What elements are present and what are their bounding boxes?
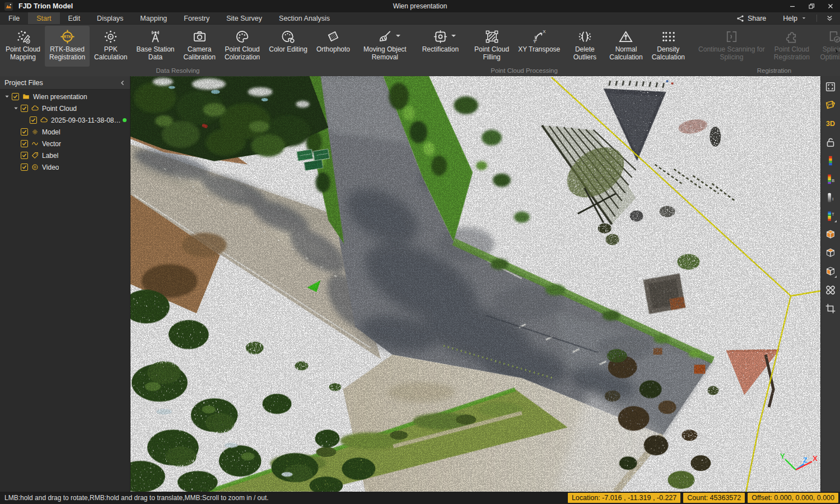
expander-arrow-icon[interactable] [12, 105, 20, 112]
expander-arrow-icon[interactable] [3, 93, 11, 100]
panel-collapse-button[interactable] [120, 80, 125, 86]
dropdown-corner-icon [834, 276, 837, 278]
checkbox[interactable] [21, 105, 28, 112]
menu-item-mapping[interactable]: Mapping [132, 12, 175, 24]
crop-button[interactable] [824, 302, 837, 315]
ribbon-button-label: Point CloudColorization [225, 45, 260, 61]
cloud-icon [40, 116, 48, 124]
mouse-hint: LMB:hold and drag to rotate,RMB:hold and… [0, 494, 269, 502]
viewport-3d[interactable]: Y Z X [130, 76, 820, 492]
lock-button[interactable] [824, 136, 837, 149]
checkbox[interactable] [21, 140, 28, 147]
fit-view-button[interactable] [824, 80, 837, 94]
status-badge-count: Count: 45363572 [683, 493, 745, 503]
ribbon-button-label: Orthophoto [316, 45, 350, 53]
collapse-ribbon-button[interactable] [819, 15, 840, 22]
sidebar-item-label[interactable]: Label [0, 150, 130, 161]
splicing-optimization-icon [826, 29, 840, 45]
moving-object-removal-icon [377, 29, 393, 45]
perspective-view-button[interactable] [824, 99, 837, 112]
sidebar-item-point-cloud[interactable]: Point Cloud [0, 102, 130, 114]
dropdown-caret-icon[interactable] [396, 35, 400, 39]
menu-item-site-survey[interactable]: Site Survey [218, 12, 270, 24]
menu-item-forestry[interactable]: Forestry [175, 12, 218, 24]
ribbon-button-ppk-calculation[interactable]: PPKCalculation [90, 26, 132, 67]
crop-icon [824, 302, 837, 315]
color-by-elevation-button[interactable] [824, 154, 837, 167]
ribbon-button-label: PPKCalculation [94, 45, 127, 61]
restore-button[interactable] [802, 0, 821, 12]
sidebar-item-vector[interactable]: Vector [0, 138, 130, 150]
close-button[interactable] [821, 0, 840, 12]
menu-item-start[interactable]: Start [28, 12, 59, 24]
sidebar-item-video[interactable]: Video [0, 161, 130, 173]
ribbon-button-delete-outliers[interactable]: DeleteOutliers [564, 26, 605, 67]
ribbon-button-label: Rectification [422, 45, 459, 53]
expander-spacer [21, 116, 29, 124]
checkbox[interactable] [21, 152, 28, 159]
mode-3d-button[interactable]: 3D [824, 117, 837, 130]
viewport-container: Y Z X [130, 76, 820, 492]
ribbon-group-label: Registration [694, 67, 840, 76]
ribbon-button-point-cloud-mapping[interactable]: Point CloudMapping [1, 26, 45, 67]
ribbon-button-point-cloud-filling[interactable]: Point CloudFilling [470, 26, 514, 67]
color-by-rgb-button[interactable]: B [824, 172, 837, 186]
menu-item-edit[interactable]: Edit [60, 12, 89, 24]
checkbox[interactable] [30, 116, 37, 124]
ribbon-button-camera-calibration[interactable]: CameraCalibration [179, 26, 220, 67]
menu-item-section-analysis[interactable]: Section Analysis [270, 12, 338, 24]
cube-top-face-icon [824, 247, 837, 259]
orthophoto-icon [325, 29, 341, 45]
ribbon-button-label: RTK-BasedRegistration [49, 45, 85, 61]
status-dot [123, 118, 127, 122]
color-by-time-button[interactable]: T [824, 209, 837, 223]
sidebar-item-model[interactable]: Model [0, 126, 130, 138]
menu-item-displays[interactable]: Displays [88, 12, 132, 24]
sidebar-item-wien-presentation[interactable]: Wien presentation [0, 91, 130, 102]
ribbon-button-rtk-based-registration[interactable]: RTKRTK-BasedRegistration [45, 26, 90, 67]
ribbon-group-label: Data Resolving [1, 67, 354, 76]
cube-solid-button[interactable] [824, 228, 837, 241]
clip-delete-button[interactable] [824, 283, 837, 297]
ribbon-button-density-calculation[interactable]: DensityCalculation [647, 26, 689, 67]
ribbon-button-xy-transpose[interactable]: YXXY Transpose [514, 26, 564, 67]
checkbox[interactable] [21, 128, 28, 136]
ribbon-overflow-icon[interactable] [834, 46, 839, 56]
svg-text:Y: Y [534, 39, 536, 44]
help-menu[interactable]: Help [775, 15, 814, 22]
checkbox[interactable] [21, 164, 28, 171]
menu-bar: FileStartEditDisplaysMappingForestrySite… [0, 12, 840, 25]
share-icon [736, 15, 744, 22]
cube-side-face-button[interactable] [824, 265, 837, 278]
ribbon-button-color-editing[interactable]: Color Editing [264, 26, 312, 67]
checkbox[interactable] [12, 93, 19, 100]
ribbon-button-label: NormalCalculation [609, 45, 642, 61]
color-by-intensity-button[interactable]: I [824, 191, 837, 204]
fit-view-icon [824, 81, 837, 93]
ribbon-button-orthophoto[interactable]: Orthophoto [312, 26, 354, 67]
project-tree: Wien presentationPoint Cloud2025-09-03-1… [0, 90, 130, 173]
svg-text:RTK: RTK [63, 35, 71, 39]
sidebar-item-2025-09-03-11-38-08-avst[interactable]: 2025-09-03-11-38-08_Avst... [0, 114, 130, 126]
ribbon-button-rectification[interactable]: Rectification [418, 26, 470, 67]
expander-spacer [12, 164, 20, 171]
double-chevron-down-icon [826, 15, 833, 22]
ribbon-button-normal-calculation[interactable]: NormalCalculation [605, 26, 647, 67]
color-by-rgb-icon: B [824, 173, 837, 185]
share-label: Share [748, 15, 766, 22]
sidebar-item-label: Point Cloud [42, 105, 77, 113]
normal-calculation-icon [618, 29, 634, 45]
cube-top-face-button[interactable] [824, 246, 837, 260]
project-files-title: Project Files [4, 79, 43, 87]
ribbon-button-moving-object-removal[interactable]: Moving ObjectRemoval [359, 26, 418, 67]
dropdown-caret-icon[interactable] [451, 35, 456, 39]
camera-calibration-icon [192, 29, 208, 45]
ribbon-button-point-cloud-colorization[interactable]: Point CloudColorization [220, 26, 264, 67]
ribbon-button-label: Color Editing [269, 45, 307, 53]
share-button[interactable]: Share [727, 15, 775, 22]
ribbon-button-base-station-data[interactable]: Base StationData [132, 26, 179, 67]
menu-item-file[interactable]: File [0, 12, 28, 24]
minimize-button[interactable] [783, 0, 802, 12]
ribbon-toolbar: Point CloudMappingRTKRTK-BasedRegistrati… [0, 25, 840, 76]
sidebar-item-label: Label [42, 152, 58, 160]
